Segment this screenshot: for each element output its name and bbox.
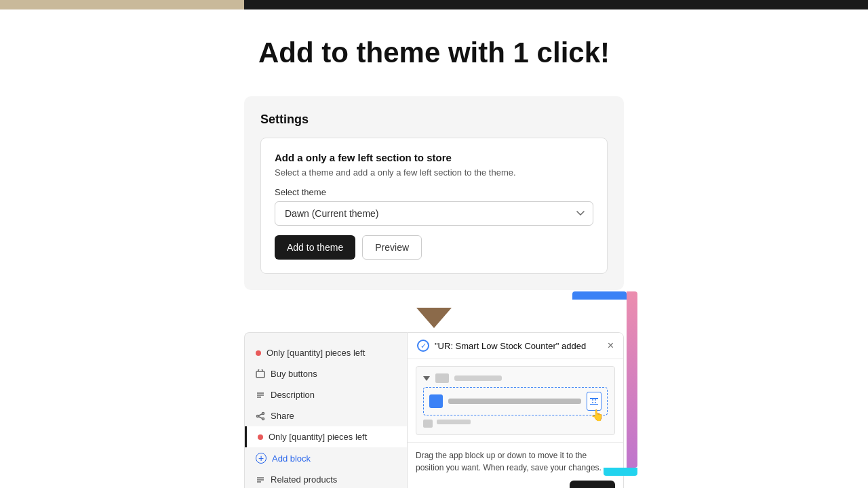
svg-point-4 — [262, 412, 264, 414]
bottom-section: Only [quantity] pieces left Buy buttons … — [244, 332, 624, 488]
preview-button[interactable]: Preview — [362, 235, 422, 260]
drag-handle-icon[interactable] — [587, 392, 601, 411]
svg-point-5 — [257, 415, 259, 417]
theme-select[interactable]: Dawn (Current theme) — [275, 201, 593, 226]
dot-icon-active — [258, 434, 263, 440]
arrow-down-icon — [416, 308, 452, 328]
list-item-label: Share — [271, 411, 294, 421]
svg-line-8 — [259, 416, 262, 418]
small-gray-square — [423, 420, 433, 428]
svg-point-14 — [592, 402, 593, 403]
notification-bar: ✓ "UR: Smart Low Stock Counter" added × — [408, 333, 623, 359]
hero-title: Add to theme with 1 click! — [258, 37, 610, 69]
settings-inner: Add a only a few left section to store S… — [260, 138, 608, 274]
long-bar — [448, 399, 581, 404]
list-item-related-products[interactable]: Related products — [245, 469, 407, 488]
drag-text: Drag the app block up or down to move it… — [408, 443, 623, 476]
preview-mockup: 👆 — [416, 366, 615, 435]
list-item-description[interactable]: Description — [245, 384, 407, 405]
list-item-share[interactable]: Share — [245, 405, 407, 426]
gray-square — [435, 373, 449, 383]
mockup-row-3 — [423, 420, 608, 428]
highlighted-row: 👆 — [423, 387, 608, 415]
got-it-button[interactable]: Got it — [570, 481, 615, 488]
mockup-row-1 — [423, 373, 608, 383]
svg-point-13 — [595, 399, 596, 401]
got-it-row: Got it — [408, 476, 623, 488]
dot-icon — [256, 350, 261, 356]
blue-block — [429, 394, 443, 408]
list-icon — [256, 390, 265, 400]
close-notification-button[interactable]: × — [608, 340, 614, 351]
list-item-label: Add block — [272, 453, 311, 464]
action-buttons: Add to theme Preview — [275, 235, 593, 260]
add-circle-icon: + — [256, 453, 267, 464]
notification-text: "UR: Smart Low Stock Counter" added — [435, 341, 586, 351]
notification-message-area: ✓ "UR: Smart Low Stock Counter" added — [417, 340, 586, 352]
list-item-only-qty-1[interactable]: Only [quantity] pieces left — [245, 342, 407, 363]
share-icon — [256, 411, 265, 421]
list-item-buy-buttons[interactable]: Buy buttons — [245, 363, 407, 384]
gray-bar — [454, 375, 502, 381]
section-desc: Select a theme and add a only a few left… — [275, 167, 593, 178]
settings-card-title: Settings — [260, 113, 608, 127]
list-item-label: Only [quantity] pieces left — [269, 432, 367, 442]
cart-icon — [256, 369, 265, 379]
right-edge-decoration — [627, 291, 637, 468]
list-item-label: Only [quantity] pieces left — [267, 348, 365, 358]
select-theme-label: Select theme — [275, 187, 593, 197]
left-panel: Only [quantity] pieces left Buy buttons … — [244, 332, 407, 488]
cursor-icon: 👆 — [591, 409, 604, 422]
blue-top-bar-decoration — [572, 291, 627, 300]
corner-decoration — [0, 0, 244, 9]
svg-point-12 — [592, 399, 593, 401]
mockup-row-2 — [429, 392, 601, 411]
right-panel: ✓ "UR: Smart Low Stock Counter" added × — [407, 332, 624, 488]
settings-card: Settings Add a only a few left section t… — [244, 96, 624, 290]
svg-line-7 — [259, 413, 262, 415]
theme-select-wrapper: Dawn (Current theme) — [275, 201, 593, 235]
svg-point-15 — [595, 402, 596, 403]
top-bar — [244, 0, 868, 9]
teal-bottom-bar-decoration — [604, 468, 637, 476]
check-circle-icon: ✓ — [417, 340, 429, 352]
list-item-add-block[interactable]: + Add block — [245, 447, 407, 469]
related-products-icon — [256, 475, 265, 485]
preview-area: 👆 — [408, 359, 623, 443]
svg-rect-0 — [256, 371, 264, 378]
list-item-label: Related products — [271, 474, 337, 485]
triangle-icon — [423, 376, 430, 381]
svg-point-6 — [262, 418, 264, 420]
list-item-label: Description — [271, 390, 315, 400]
add-to-theme-button[interactable]: Add to theme — [275, 235, 355, 260]
list-item-only-qty-2-active[interactable]: Only [quantity] pieces left — [245, 426, 407, 447]
section-title: Add a only a few left section to store — [275, 152, 593, 163]
small-bar — [437, 420, 471, 424]
list-item-label: Buy buttons — [271, 369, 317, 379]
main-content: Add to theme with 1 click! Settings Add … — [0, 9, 868, 488]
